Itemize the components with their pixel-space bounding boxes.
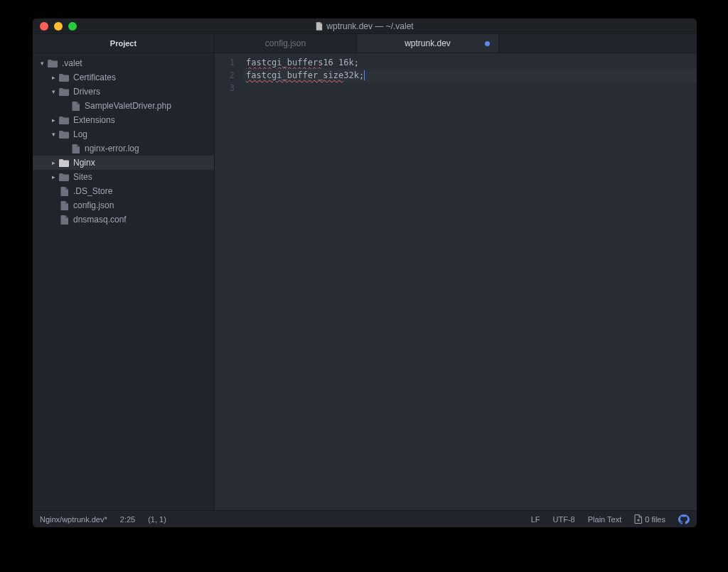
status-encoding[interactable]: UTF-8 (553, 515, 575, 524)
tab-config-json[interactable]: config.json (215, 34, 357, 53)
github-icon[interactable] (678, 514, 690, 524)
file-icon (70, 144, 81, 153)
editor-tabs: config.json wptrunk.dev (215, 34, 697, 53)
tree-file-nginx-error-log[interactable]: nginx-error.log (33, 141, 214, 156)
tree-file-samplevaletdriver[interactable]: SampleValetDriver.php (33, 99, 214, 113)
window-title: wptrunk.dev — ~/.valet (33, 21, 697, 31)
minimize-window-button[interactable] (54, 22, 63, 31)
tree-item-label: Drivers (73, 87, 100, 97)
close-window-button[interactable] (40, 22, 48, 31)
status-git-files[interactable]: 0 files (634, 514, 665, 524)
tree-folder-certificates[interactable]: ▸ Certificates (33, 70, 214, 85)
modified-indicator-icon (485, 41, 490, 46)
status-position[interactable]: (1, 1) (148, 515, 166, 524)
tree-folder-extensions[interactable]: ▸ Extensions (33, 113, 214, 127)
status-bar: Nginx/wptrunk.dev* 2:25 (1, 1) LF UTF-8 … (33, 510, 697, 527)
project-panel-header: Project (33, 34, 214, 53)
status-git-files-label: 0 files (645, 515, 665, 524)
folder-icon (58, 88, 70, 96)
tree-item-label: Log (73, 129, 87, 139)
text-cursor (364, 70, 365, 80)
tab-wptrunk-dev[interactable]: wptrunk.dev (357, 34, 499, 53)
tree-folder-drivers[interactable]: ▾ Drivers (33, 85, 214, 99)
file-icon (70, 102, 81, 111)
tree-item-label: nginx-error.log (85, 144, 139, 153)
maximize-window-button[interactable] (68, 22, 77, 31)
folder-icon (58, 117, 70, 124)
code-line[interactable]: fastcgi_buffer_size 32k; (243, 69, 697, 82)
folder-icon (58, 131, 70, 139)
tab-label: wptrunk.dev (405, 38, 451, 48)
code-lines[interactable]: fastcgi_buffers 16 16k; fastcgi_buffer_s… (243, 56, 697, 510)
tree-item-label: Nginx (73, 158, 95, 168)
code-line[interactable] (243, 82, 697, 95)
file-icon (58, 215, 70, 225)
code-token: fastcgi_buffers (246, 56, 323, 69)
file-tree[interactable]: ▾ .valet ▸ Certificates ▾ Drivers (33, 53, 214, 510)
editor-window: wptrunk.dev — ~/.valet Project ▾ .valet … (33, 18, 697, 527)
file-icon (58, 187, 70, 196)
chevron-right-icon[interactable]: ▸ (50, 74, 57, 81)
file-icon (58, 201, 70, 210)
chevron-down-icon[interactable]: ▾ (50, 131, 57, 138)
tree-folder-log[interactable]: ▾ Log (33, 127, 214, 141)
folder-icon (47, 60, 58, 68)
folder-icon (58, 159, 70, 167)
folder-icon (58, 74, 70, 82)
tree-item-label: .DS_Store (73, 186, 112, 196)
line-gutter: 1 2 3 (215, 56, 243, 510)
traffic-lights (33, 22, 77, 31)
status-language[interactable]: Plain Text (588, 515, 622, 524)
tree-folder-root[interactable]: ▾ .valet (33, 56, 214, 70)
status-line-col[interactable]: 2:25 (120, 515, 135, 524)
tree-file-dnsmasq-conf[interactable]: dnsmasq.conf (33, 212, 214, 227)
tree-item-label: dnsmasq.conf (73, 215, 127, 225)
tree-item-label: config.json (73, 200, 114, 210)
window-body: Project ▾ .valet ▸ Certificates ▾ Driver… (33, 34, 697, 510)
status-file-path[interactable]: Nginx/wptrunk.dev* (40, 515, 107, 524)
line-number: 3 (215, 82, 235, 95)
tree-folder-nginx[interactable]: ▸ Nginx (33, 156, 214, 170)
tree-file-config-json[interactable]: config.json (33, 198, 214, 212)
code-editor[interactable]: 1 2 3 fastcgi_buffers 16 16k; fastcgi_bu… (215, 53, 697, 510)
code-token: fastcgi_buffer_size (246, 69, 343, 82)
tree-item-label: SampleValetDriver.php (85, 101, 171, 111)
code-token: 16 16k; (323, 56, 359, 69)
code-token: 32k; (343, 69, 364, 82)
tree-item-label: Certificates (73, 72, 116, 82)
folder-icon (58, 173, 70, 181)
line-number: 2 (215, 69, 235, 82)
code-line[interactable]: fastcgi_buffers 16 16k; (243, 56, 697, 69)
chevron-right-icon[interactable]: ▸ (50, 173, 57, 180)
project-sidebar: Project ▾ .valet ▸ Certificates ▾ Driver… (33, 34, 215, 510)
document-icon (316, 22, 323, 31)
chevron-right-icon[interactable]: ▸ (50, 117, 57, 124)
tree-item-label: Sites (73, 172, 92, 182)
file-icon (634, 514, 642, 524)
window-title-text: wptrunk.dev — ~/.valet (326, 21, 413, 31)
tree-folder-sites[interactable]: ▸ Sites (33, 170, 214, 184)
line-number: 1 (215, 56, 235, 69)
tree-item-label: .valet (62, 58, 82, 68)
tree-file-dsstore[interactable]: .DS_Store (33, 184, 214, 198)
chevron-down-icon[interactable]: ▾ (50, 88, 57, 95)
editor-area: config.json wptrunk.dev 1 2 3 fastcgi_bu… (215, 34, 697, 510)
tree-item-label: Extensions (73, 115, 115, 125)
tab-label: config.json (265, 38, 306, 48)
status-line-ending[interactable]: LF (531, 515, 540, 524)
chevron-right-icon[interactable]: ▸ (50, 159, 57, 166)
titlebar[interactable]: wptrunk.dev — ~/.valet (33, 18, 697, 34)
chevron-down-icon[interactable]: ▾ (38, 60, 46, 67)
